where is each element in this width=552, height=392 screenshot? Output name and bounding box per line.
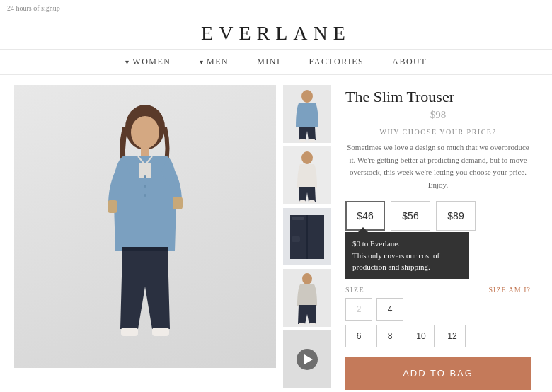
svg-rect-7 bbox=[108, 200, 117, 213]
why-choose-label: WHY CHOOSE YOUR PRICE? bbox=[345, 128, 531, 136]
why-description: Sometimes we love a design so much that … bbox=[345, 142, 531, 191]
size-label: SIZE bbox=[345, 286, 364, 294]
image-placeholder bbox=[14, 85, 276, 368]
add-to-bag-button[interactable]: ADD TO BAG bbox=[345, 357, 531, 390]
svg-rect-27 bbox=[309, 323, 316, 325]
size-btn-2[interactable]: 2 bbox=[345, 298, 372, 321]
thumbnail-4[interactable] bbox=[283, 269, 331, 327]
price-option-46[interactable]: $46 bbox=[345, 201, 385, 231]
size-btn-12[interactable]: 12 bbox=[439, 325, 466, 347]
play-button-circle bbox=[297, 349, 318, 370]
add-to-bag-label: ADD TO BAG bbox=[403, 368, 473, 379]
size-header: SIZE SIZE AM I? bbox=[345, 286, 531, 294]
navigation: WOMEN MEN MINI FACTORIES ABOUT bbox=[0, 49, 552, 75]
size-btn-8[interactable]: 8 bbox=[376, 325, 403, 347]
top-bar: 24 hours of signup bbox=[0, 0, 552, 16]
original-price: $98 bbox=[345, 109, 531, 121]
logo: EVERLANE bbox=[0, 22, 552, 45]
svg-rect-11 bbox=[122, 247, 168, 251]
nav-item-mini[interactable]: MINI bbox=[257, 57, 280, 67]
price-options: $46 $56 $89 bbox=[345, 201, 531, 231]
thumbnail-1[interactable] bbox=[283, 85, 331, 143]
svg-rect-14 bbox=[299, 139, 306, 142]
price-option-89[interactable]: $89 bbox=[436, 201, 476, 231]
size-row-1: 2 4 bbox=[345, 298, 531, 321]
svg-rect-22 bbox=[292, 217, 304, 220]
svg-point-25 bbox=[302, 273, 312, 284]
model-illustration bbox=[67, 88, 223, 364]
tooltip-text: $0 to Everlane.This only covers our cost… bbox=[352, 239, 439, 271]
thumbnail-2[interactable] bbox=[283, 146, 331, 204]
svg-rect-9 bbox=[121, 328, 138, 336]
svg-point-17 bbox=[301, 151, 313, 164]
nav-item-factories[interactable]: FACTORIES bbox=[309, 57, 364, 67]
thumbnail-video[interactable] bbox=[283, 330, 331, 388]
nav-item-women[interactable]: WOMEN bbox=[125, 57, 171, 67]
thumbnail-3[interactable] bbox=[283, 208, 331, 266]
size-guide-link[interactable]: SIZE AM I? bbox=[489, 286, 531, 294]
product-info-panel: The Slim Trouser $98 WHY CHOOSE YOUR PRI… bbox=[338, 85, 538, 388]
svg-point-5 bbox=[144, 185, 146, 188]
top-bar-text: 24 hours of signup bbox=[7, 4, 60, 12]
size-btn-10[interactable]: 10 bbox=[408, 325, 435, 347]
nav-item-men[interactable]: MEN bbox=[200, 57, 229, 67]
price-tooltip: $0 to Everlane.This only covers our cost… bbox=[345, 232, 469, 279]
nav-item-about[interactable]: ABOUT bbox=[392, 57, 427, 67]
svg-point-4 bbox=[144, 175, 146, 178]
size-section: SIZE SIZE AM I? 2 4 6 8 10 12 bbox=[345, 286, 531, 347]
svg-rect-23 bbox=[292, 236, 300, 242]
svg-point-13 bbox=[301, 90, 313, 103]
price-option-56[interactable]: $56 bbox=[391, 201, 430, 231]
size-btn-4[interactable]: 4 bbox=[376, 298, 403, 321]
svg-rect-18 bbox=[299, 200, 306, 203]
play-icon bbox=[304, 354, 313, 364]
svg-point-1 bbox=[131, 116, 159, 149]
header: EVERLANE WOMEN MEN MINI FACTORIES ABOUT bbox=[0, 16, 552, 78]
svg-rect-26 bbox=[299, 323, 305, 325]
size-btn-6[interactable]: 6 bbox=[345, 325, 372, 347]
size-row-2: 6 8 10 12 bbox=[345, 325, 531, 347]
thumbnail-list bbox=[283, 85, 331, 388]
svg-rect-8 bbox=[173, 197, 183, 209]
svg-rect-15 bbox=[309, 139, 315, 142]
product-title: The Slim Trouser bbox=[345, 88, 531, 106]
main-product-image bbox=[14, 85, 276, 368]
svg-rect-10 bbox=[152, 328, 169, 336]
main-content: The Slim Trouser $98 WHY CHOOSE YOUR PRI… bbox=[0, 78, 552, 392]
svg-rect-19 bbox=[309, 200, 315, 203]
svg-point-6 bbox=[144, 194, 146, 197]
